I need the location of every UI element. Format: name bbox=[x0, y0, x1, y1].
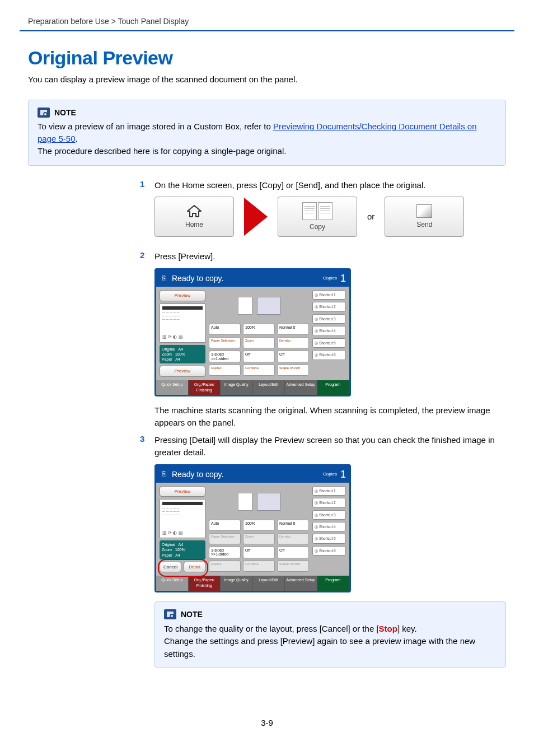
note2-l2: Change the settings and press [Preview] … bbox=[164, 635, 496, 660]
copy-button[interactable]: Copy bbox=[278, 197, 357, 237]
divider bbox=[20, 30, 514, 31]
home-icon bbox=[186, 204, 202, 218]
shortcut-2[interactable]: ◎ Shortcut 2 bbox=[312, 302, 346, 311]
chip-auto[interactable]: Auto bbox=[209, 520, 241, 531]
copier-icon bbox=[257, 297, 280, 315]
chip-staple-d: Staple /Punch bbox=[277, 561, 309, 572]
tab-org[interactable]: Org./Paper/ Finishing bbox=[189, 380, 221, 395]
copies-value-2: 1 bbox=[340, 467, 346, 482]
chip-duplex-d: Duplex bbox=[209, 561, 241, 572]
preview-button-2[interactable]: Preview bbox=[160, 366, 205, 377]
step-1-number: 1 bbox=[140, 179, 148, 245]
chip-off2[interactable]: Off bbox=[277, 351, 309, 362]
document-icon bbox=[302, 202, 317, 220]
note-title: NOTE bbox=[54, 107, 76, 118]
original-info: Original A4 Zoom 100% Paper A4 bbox=[160, 345, 205, 363]
copy-panel-2: ⎘ Ready to copy. Copies 1 Preview bbox=[154, 464, 351, 592]
step-2-text: Press [Preview]. bbox=[154, 250, 506, 263]
copy-label: Copy bbox=[310, 222, 325, 232]
copier-icon bbox=[257, 493, 280, 511]
copies-label-2: Copies bbox=[323, 471, 337, 478]
note-box-2: NOTE To change the quality or the layout… bbox=[154, 601, 506, 668]
tab-layout[interactable]: Layout/Edit bbox=[253, 380, 285, 395]
tab-program[interactable]: Program bbox=[317, 576, 350, 590]
shortcut-3[interactable]: ◎ Shortcut 3 bbox=[312, 510, 346, 520]
chip-density[interactable]: Density bbox=[277, 337, 309, 348]
send-icon bbox=[416, 204, 432, 218]
shortcut-2[interactable]: ◎ Shortcut 2 bbox=[312, 498, 346, 507]
chip-normal[interactable]: Normal 0 bbox=[277, 520, 309, 531]
send-button[interactable]: Send bbox=[385, 197, 464, 237]
tab-image[interactable]: Image Quality bbox=[221, 576, 253, 590]
or-text: or bbox=[367, 211, 374, 223]
chip-100[interactable]: 100% bbox=[243, 324, 275, 335]
shortcut-5[interactable]: ◎ Shortcut 5 bbox=[312, 338, 346, 348]
step-3-text: Pressing [Detail] will display the Previ… bbox=[154, 434, 506, 459]
preview-button-3[interactable]: Preview bbox=[160, 486, 205, 497]
breadcrumb: Preparation before Use > Touch Panel Dis… bbox=[28, 0, 506, 30]
shortcut-3[interactable]: ◎ Shortcut 3 bbox=[312, 314, 346, 324]
page-number: 3-9 bbox=[28, 718, 506, 727]
chip-1sided[interactable]: 1-sided>>1-sided bbox=[209, 351, 241, 362]
chip-auto[interactable]: Auto bbox=[209, 324, 241, 335]
home-label: Home bbox=[185, 220, 203, 230]
cancel-button[interactable]: Cancel bbox=[160, 562, 181, 573]
note2-l1a: To change the quality or the layout, pre… bbox=[164, 624, 379, 633]
panel-title: Ready to copy. bbox=[172, 273, 223, 284]
preview-button[interactable]: Preview bbox=[160, 290, 205, 301]
shortcut-6[interactable]: ◎ Shortcut 6 bbox=[312, 546, 346, 556]
chip-zoom-d: Zoom bbox=[243, 533, 275, 544]
preview-thumbnail: — — — — —— — — — —— — — — — ▥ ⟳ ◐ ▤ bbox=[160, 304, 205, 343]
panel-title-2: Ready to copy. bbox=[172, 469, 223, 480]
chip-off2[interactable]: Off bbox=[277, 547, 309, 558]
chip-staple[interactable]: Staple /Punch bbox=[277, 365, 309, 376]
detail-button[interactable]: Detail bbox=[184, 562, 205, 573]
step-2-after: The machine starts scanning the original… bbox=[154, 404, 506, 429]
copies-value: 1 bbox=[340, 271, 346, 286]
step-2-number: 2 bbox=[140, 250, 148, 428]
tab-quick[interactable]: Quick Setup bbox=[156, 380, 189, 395]
chip-paper[interactable]: Paper Selection bbox=[209, 337, 241, 348]
chip-density-d: Density bbox=[277, 533, 309, 544]
tab-layout[interactable]: Layout/Edit bbox=[253, 576, 285, 590]
note1-post: . bbox=[76, 134, 78, 143]
chip-normal[interactable]: Normal 0 bbox=[277, 324, 309, 335]
chip-combine-d: Combine bbox=[243, 561, 275, 572]
tab-program[interactable]: Program bbox=[317, 380, 350, 395]
send-label: Send bbox=[416, 220, 432, 230]
chip-paper-d: Paper Selection bbox=[209, 533, 241, 544]
panel-icon: ⎘ bbox=[160, 274, 168, 283]
chip-duplex[interactable]: Duplex bbox=[209, 365, 241, 376]
chip-combine[interactable]: Combine bbox=[243, 365, 275, 376]
chip-zoom[interactable]: Zoom bbox=[243, 337, 275, 348]
note-box-1: NOTE To view a preview of an image store… bbox=[28, 100, 506, 166]
tab-org[interactable]: Org./Paper/ Finishing bbox=[189, 576, 221, 590]
shortcut-4[interactable]: ◎ Shortcut 4 bbox=[312, 522, 346, 531]
step-1-text: On the Home screen, press [Copy] or [Sen… bbox=[154, 179, 506, 192]
note2-l1b: ] key. bbox=[397, 624, 417, 633]
chip-off1[interactable]: Off bbox=[243, 351, 275, 362]
tab-adv[interactable]: Advanced Setup bbox=[285, 576, 317, 590]
original-info-2: Original A4 Zoom 100% Paper A4 bbox=[160, 540, 205, 559]
tab-quick[interactable]: Quick Setup bbox=[156, 576, 189, 590]
note1-line2: The procedure described here is for copy… bbox=[38, 145, 496, 157]
chip-1sided[interactable]: 1-sided>>1-sided bbox=[209, 547, 241, 558]
shortcut-6[interactable]: ◎ Shortcut 6 bbox=[312, 350, 346, 360]
note1-pre: To view a preview of an image stored in … bbox=[38, 122, 273, 131]
shortcut-1[interactable]: ◎ Shortcut 1 bbox=[312, 290, 346, 300]
copies-label: Copies bbox=[323, 275, 337, 282]
tab-image[interactable]: Image Quality bbox=[221, 380, 253, 395]
chip-100[interactable]: 100% bbox=[243, 520, 275, 531]
chip-off1[interactable]: Off bbox=[243, 547, 275, 558]
document-stack-icon bbox=[238, 493, 252, 511]
arrow-icon bbox=[244, 198, 268, 236]
preview-thumbnail-2: — — — — —— — — — —— — — — — ▥ ⟳ ◐ ▤ bbox=[160, 499, 205, 538]
tab-adv[interactable]: Advanced Setup bbox=[285, 380, 317, 395]
panel-icon: ⎘ bbox=[160, 470, 168, 479]
shortcut-1[interactable]: ◎ Shortcut 1 bbox=[312, 486, 346, 496]
home-button[interactable]: Home bbox=[154, 197, 234, 237]
shortcut-4[interactable]: ◎ Shortcut 4 bbox=[312, 326, 346, 335]
note2-title: NOTE bbox=[181, 609, 203, 620]
stop-key: Stop bbox=[379, 624, 397, 633]
shortcut-5[interactable]: ◎ Shortcut 5 bbox=[312, 534, 346, 543]
